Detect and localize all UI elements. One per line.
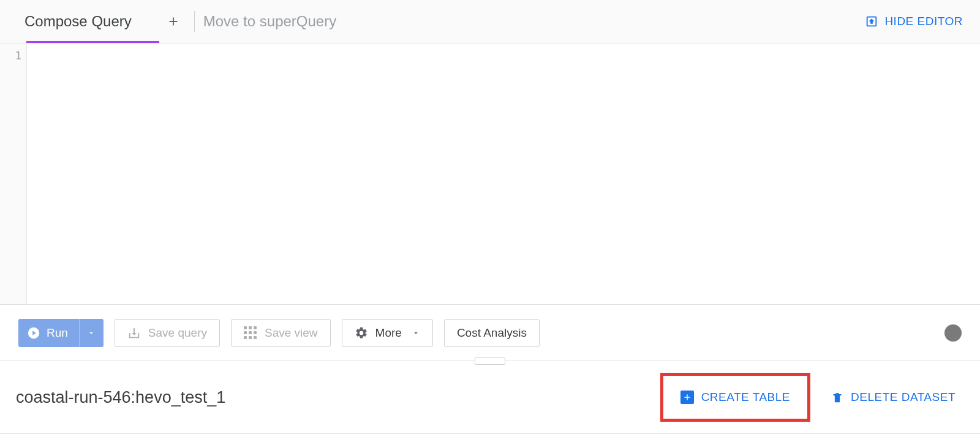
gear-icon: [355, 326, 368, 340]
cost-analysis-button[interactable]: Cost Analysis: [444, 319, 540, 347]
line-number: 1: [15, 50, 21, 62]
query-editor: 1: [0, 43, 980, 305]
move-to-superquery-link[interactable]: Move to superQuery: [203, 13, 336, 30]
save-view-label: Save view: [265, 326, 318, 340]
save-query-label: Save query: [148, 326, 207, 340]
delete-dataset-button[interactable]: DELETE DATASET: [823, 384, 964, 410]
hide-editor-button[interactable]: HIDE EDITOR: [865, 15, 963, 28]
delete-dataset-label: DELETE DATASET: [851, 391, 956, 404]
editor-header: Compose Query Move to superQuery HIDE ED…: [0, 0, 980, 43]
line-gutter: 1: [0, 43, 27, 304]
plus-icon: [167, 15, 180, 28]
add-tab-button[interactable]: [161, 9, 186, 34]
dataset-name: coastal-run-546:hevo_test_1: [16, 388, 225, 407]
dataset-bar: coastal-run-546:hevo_test_1 CREATE TABLE…: [0, 361, 980, 434]
chevron-down-icon: [87, 329, 96, 337]
run-dropdown[interactable]: [79, 319, 104, 347]
panel-resize-handle[interactable]: [475, 357, 505, 365]
query-status-indicator: [944, 324, 962, 342]
more-button[interactable]: More: [342, 319, 433, 347]
more-label: More: [375, 326, 402, 340]
compose-query-tab[interactable]: Compose Query: [0, 0, 156, 43]
code-input[interactable]: [27, 43, 980, 304]
trash-icon: [831, 391, 843, 404]
create-table-button[interactable]: CREATE TABLE: [680, 391, 790, 404]
run-button-group: Run: [18, 319, 104, 347]
hide-editor-label: HIDE EDITOR: [884, 15, 963, 28]
grid-icon: [244, 326, 257, 340]
create-table-label: CREATE TABLE: [701, 391, 790, 404]
collapse-icon: [865, 15, 878, 28]
tab-label: Compose Query: [24, 13, 132, 30]
cost-analysis-label: Cost Analysis: [457, 326, 527, 340]
play-icon: [27, 326, 40, 340]
chevron-down-icon: [412, 329, 420, 337]
plus-box-icon: [680, 391, 694, 404]
tab-area: Compose Query Move to superQuery: [0, 0, 336, 43]
save-view-button[interactable]: Save view: [231, 319, 331, 347]
download-icon: [127, 326, 141, 340]
divider: [194, 11, 195, 32]
run-button[interactable]: Run: [18, 319, 79, 347]
query-toolbar: Run Save query Save view More Cost Analy…: [0, 305, 980, 361]
save-query-button[interactable]: Save query: [115, 319, 220, 347]
superquery-label: Move to superQuery: [203, 13, 336, 29]
run-label: Run: [47, 326, 68, 340]
create-table-highlight: CREATE TABLE: [660, 373, 810, 422]
